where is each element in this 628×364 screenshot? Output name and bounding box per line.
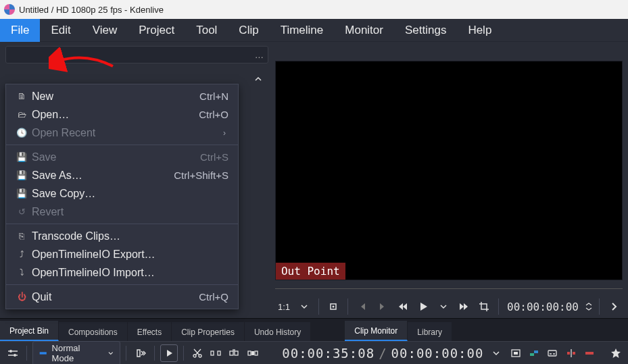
menu-item-opentimelineio-import[interactable]: ⤵OpenTimelineIO Import… [6, 263, 238, 282]
monitor-scale-label[interactable]: 1:1 [275, 298, 293, 315]
mix-clips-button[interactable] [526, 344, 543, 362]
folder-open-icon: 🗁 [16, 109, 28, 120]
copy-icon: 💾 [16, 188, 28, 199]
menu-shortcut: Ctrl+S [200, 151, 228, 163]
menu-item-quit[interactable]: ⏻QuitCtrl+Q [6, 288, 238, 306]
menu-item-open-recent: 🕓Open Recent› [6, 124, 238, 142]
menu-shortcut: Ctrl+N [199, 90, 228, 102]
timeline-toolbar: Normal Mode 00:00:35:08/00:00:00:00 [0, 341, 628, 364]
menu-item-opentimelineio-export[interactable]: ⤴OpenTimelineIO Export… [6, 245, 238, 263]
edit-mode-label: Normal Mode [52, 343, 103, 363]
window-title: Untitled / HD 1080p 25 fps - Kdenlive [19, 5, 164, 15]
svg-rect-21 [585, 352, 588, 355]
collapse-toggle[interactable] [249, 70, 267, 88]
overwrite-zone-button[interactable] [244, 344, 261, 362]
menu-item-transcode-clips[interactable]: ⎘Transcode Clips… [6, 227, 238, 245]
menu-item-save-as[interactable]: 💾Save As…Ctrl+Shift+S [6, 166, 238, 184]
svg-rect-22 [588, 352, 591, 355]
edit-mode-selector[interactable]: Normal Mode [32, 341, 120, 365]
menu-item-label: Save [32, 151, 200, 163]
svg-rect-7 [211, 351, 214, 355]
svg-rect-4 [40, 352, 47, 354]
menu-edit[interactable]: Edit [40, 19, 81, 42]
separator [26, 346, 27, 361]
monitor-viewport: Out Point [275, 61, 623, 280]
svg-rect-18 [548, 350, 556, 356]
monitor-controls: 1:1 00:00:00:00 [275, 295, 623, 318]
tab-compositions[interactable]: Compositions [59, 322, 128, 341]
file-menu-dropdown: 🗎NewCtrl+N🗁Open…Ctrl+O🕓Open Recent›💾Save… [5, 84, 239, 309]
menu-item-new[interactable]: 🗎NewCtrl+N [6, 87, 238, 105]
chevron-down-icon[interactable] [435, 298, 452, 315]
tab-library[interactable]: Library [408, 322, 452, 341]
zone-in-button[interactable] [508, 344, 525, 362]
menu-item-label: Open Recent [32, 127, 223, 139]
menu-help[interactable]: Help [457, 19, 502, 42]
rewind-button[interactable] [394, 298, 412, 315]
menu-settings[interactable]: Settings [394, 19, 457, 42]
menu-project[interactable]: Project [128, 19, 185, 42]
subtitles-button[interactable] [544, 344, 561, 362]
tab-clip-properties[interactable]: Clip Properties [172, 322, 245, 341]
bin-search-input[interactable] [5, 46, 268, 63]
tab-undo-history[interactable]: Undo History [245, 322, 311, 341]
file-new-icon: 🗎 [16, 91, 28, 102]
menu-item-save-copy[interactable]: 💾Save Copy… [6, 184, 238, 203]
titlebar: Untitled / HD 1080p 25 fps - Kdenlive [0, 0, 628, 19]
tab-effects[interactable]: Effects [128, 322, 172, 341]
save-icon: 💾 [16, 152, 28, 163]
tool-sync-button[interactable] [132, 344, 149, 362]
goto-start-button[interactable] [354, 298, 371, 315]
timeline-position[interactable]: 00:00:35:08/00:00:00:00 [279, 346, 486, 361]
timecode-spinner[interactable] [584, 298, 594, 315]
insert-zone-button[interactable] [562, 344, 579, 362]
play-button[interactable] [414, 298, 432, 315]
transcode-icon: ⎘ [16, 231, 28, 242]
forward-button[interactable] [455, 298, 473, 315]
track-settings-button[interactable] [4, 344, 21, 362]
crop-button[interactable] [475, 298, 493, 315]
menu-file[interactable]: File [0, 19, 40, 42]
svg-rect-10 [235, 351, 238, 355]
menu-monitor[interactable]: Monitor [334, 19, 394, 42]
menu-item-label: OpenTimelineIO Import… [32, 267, 228, 279]
menu-tool[interactable]: Tool [185, 19, 228, 42]
menu-item-open[interactable]: 🗁Open…Ctrl+O [6, 105, 238, 124]
menu-shortcut: Ctrl+Q [199, 291, 228, 303]
menu-view[interactable]: View [82, 19, 128, 42]
svg-point-3 [14, 354, 16, 357]
svg-rect-17 [534, 350, 538, 353]
chevron-down-icon[interactable] [295, 298, 313, 315]
menu-timeline[interactable]: Timeline [270, 19, 335, 42]
menu-item-label: Open… [32, 109, 199, 121]
svg-rect-20 [573, 352, 575, 355]
cut-button[interactable] [189, 344, 206, 362]
monitor-timecode[interactable]: 00:00:00:00 [504, 301, 581, 313]
export-icon: ⤴ [16, 249, 28, 260]
separator [599, 298, 600, 315]
overwrite-clip-button[interactable] [581, 344, 598, 362]
set-in-point-button[interactable] [324, 298, 342, 315]
more-options-button[interactable] [605, 298, 623, 315]
menu-item-revert: ↺Revert [6, 203, 238, 221]
extract-zone-button[interactable] [208, 344, 224, 362]
chevron-right-icon: › [223, 128, 228, 138]
menu-item-save: 💾SaveCtrl+S [6, 148, 238, 166]
menu-clip[interactable]: Clip [228, 19, 269, 42]
monitor-timeline-ruler[interactable] [275, 283, 623, 295]
goto-end-button[interactable] [374, 298, 391, 315]
svg-rect-12 [251, 351, 254, 355]
tab-clip-monitor[interactable]: Clip Monitor [345, 321, 408, 341]
menu-item-label: OpenTimelineIO Export… [32, 249, 228, 261]
lift-zone-button[interactable] [226, 344, 243, 362]
quit-icon: ⏻ [16, 292, 28, 303]
menu-item-label: Save Copy… [32, 188, 228, 200]
separator [183, 346, 184, 361]
svg-rect-11 [248, 351, 251, 355]
chevron-down-icon[interactable] [487, 344, 504, 362]
tab-project-bin[interactable]: Project Bin [0, 321, 59, 341]
svg-rect-13 [255, 351, 258, 355]
timeline-play-button[interactable] [160, 344, 177, 362]
svg-rect-8 [218, 351, 220, 355]
favorite-button[interactable] [607, 344, 624, 362]
